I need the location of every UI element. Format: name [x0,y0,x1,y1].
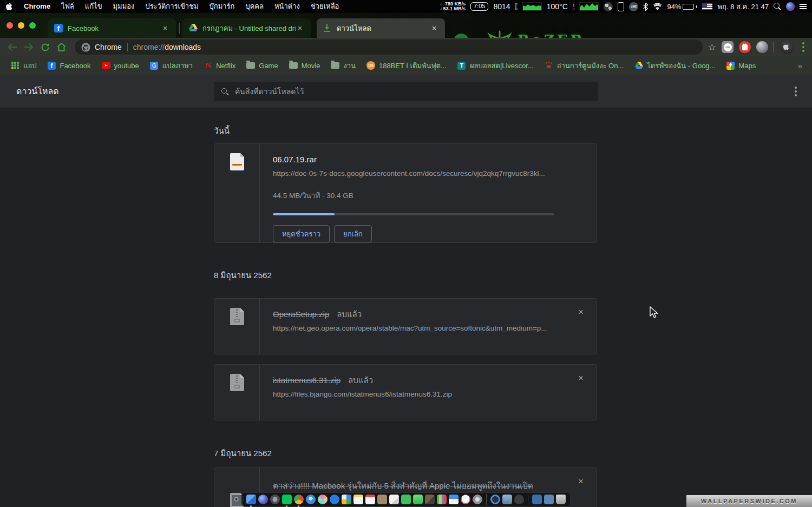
display-icon[interactable] [618,2,624,11]
dock-numbers-icon[interactable] [437,495,447,504]
tab-close-icon[interactable]: × [430,24,438,32]
site-chip[interactable]: Chrome [81,43,122,52]
dock-facetime-icon[interactable] [401,495,411,504]
apple-menu-icon[interactable] [0,3,18,11]
tab-close-icon[interactable]: × [296,24,304,32]
bookmark-apps[interactable]: แอป [6,58,41,74]
dock-ink-icon[interactable] [514,495,524,504]
window-controls [6,22,36,29]
menu-view[interactable]: มุมมอง [108,0,140,13]
dock-launchpad-icon[interactable] [270,495,280,504]
memory-graph[interactable] [522,2,542,11]
bookmark-youtube[interactable]: youtube [97,59,143,72]
bookmark-star-icon[interactable]: ☆ [708,42,716,53]
remove-download-icon[interactable]: × [575,306,587,318]
bookmark-facebook[interactable]: f Facebook [43,59,95,72]
menu-edit[interactable]: แก้ไข [80,0,108,13]
line-extension-icon[interactable]: LINE [722,41,734,53]
dock-textedit-icon[interactable] [389,495,399,504]
bookmark-folder-work[interactable]: งาน [326,58,360,74]
dock-chrome-icon[interactable] [294,495,304,504]
bookmark-folder-movie[interactable]: Movie [285,59,325,72]
dock-keynote-icon[interactable] [449,495,459,504]
search-input[interactable] [235,87,591,96]
menu-help[interactable]: ช่วยเหลือ [305,0,345,13]
menu-clock[interactable]: พฤ. 8 ส.ค. 21 47 [717,1,769,12]
site-name: Chrome [95,43,122,51]
dock-photos-icon[interactable] [318,495,328,504]
dock-folder-brown-icon[interactable] [377,495,387,504]
us-flag-icon[interactable] [702,3,712,10]
line-app-icon[interactable]: LINE [629,2,638,11]
reload-button[interactable] [37,39,53,55]
downloads-menu-kebab-icon[interactable] [795,87,797,96]
download-filename-row: OperaSetup.zipลบแล้ว [273,308,584,320]
dock-siri-icon[interactable] [258,495,268,504]
dock-quicktime-icon[interactable] [490,495,500,504]
dock-line-icon[interactable] [282,495,292,504]
dock-system-preferences-icon[interactable] [473,495,482,504]
forward-button[interactable] [21,39,37,55]
dock-calendar-icon[interactable] [365,495,375,504]
bookmarks-overflow-chevron[interactable]: » [795,61,806,70]
remove-download-icon[interactable]: × [575,476,587,488]
minimize-window-button[interactable] [18,22,24,29]
dock-safari-icon[interactable] [306,495,316,504]
tab-facebook[interactable]: f Facebook × [48,18,176,38]
profile-avatar[interactable] [780,40,794,54]
tab-downloads-active[interactable]: ดาวน์โหลด × [317,18,445,38]
pause-button[interactable]: หยุดชั่วคราว [273,225,330,242]
dock-maps-icon[interactable] [342,495,351,504]
tab-google-drive[interactable]: กรกฎาคม - Untitled shared driv × [182,18,311,38]
bookmark-translate[interactable]: G แปลภาษา [146,58,197,74]
zoom-window-button[interactable] [29,22,36,29]
back-button[interactable] [4,39,21,55]
dock-notes-icon[interactable] [353,495,363,504]
notification-center-icon[interactable] [800,4,807,9]
folder-icon [331,61,339,70]
bookmark-label: ไดรฟ์ของฉัน - Goog... [647,60,715,71]
dock-folder-apps-icon[interactable] [532,495,542,504]
menu-bookmarks[interactable]: บุ๊กมาร์ก [204,0,240,13]
battery-indicator[interactable]: 94% [667,3,697,11]
spotlight-search-icon[interactable] [774,3,781,10]
adblock-extension-icon[interactable] [739,41,751,53]
siri-icon[interactable] [786,2,795,11]
omnibox-url-bar[interactable]: Chrome chrome://downloads [75,39,703,55]
dock-preview-icon[interactable] [425,495,435,504]
dock-messages-icon[interactable] [413,495,423,504]
menu-app-name[interactable]: Chrome [18,0,56,13]
menu-people[interactable]: บุคคล [240,0,269,13]
menu-history[interactable]: ประวัติการเข้าชม [140,0,204,13]
extension-icon[interactable] [756,41,768,53]
url-text[interactable]: chrome://downloads [133,43,201,51]
bookmark-netflix[interactable]: N Netflix [199,59,240,72]
network-speed-indicator[interactable]: ↑↓ 780 KB/s53.1 MB/s [440,2,466,11]
bookmark-maps[interactable]: Maps [722,59,760,72]
tab-close-icon[interactable]: × [161,24,169,32]
dock-appstore-icon[interactable] [330,495,339,504]
timer-indicator[interactable]: 7:05 [470,2,488,11]
wifi-icon[interactable] [653,3,662,10]
menu-file[interactable]: ไฟล์ [56,0,80,13]
dock-mail-icon[interactable] [502,495,512,504]
cpu-graph[interactable] [579,2,599,11]
cancel-button[interactable]: ยกเลิก [334,225,372,242]
dock-folder-docs-icon[interactable] [544,495,554,504]
dock-finder-icon[interactable] [246,495,256,504]
downloads-search-box[interactable] [214,82,598,101]
menu-window[interactable]: หน้าต่าง [269,0,305,13]
bookmark-my-drive[interactable]: ไดรฟ์ของฉัน - Goog... [630,58,719,74]
bookmark-livescore[interactable]: T ผลบอลสด|Livescor... [453,58,538,74]
dock-trash-icon[interactable] [556,495,566,504]
home-button[interactable] [53,39,69,55]
bookmark-folder-game[interactable]: Game [242,59,282,72]
input-source-globe-icon[interactable] [604,2,613,11]
chrome-menu-kebab-icon[interactable] [799,42,808,52]
remove-download-icon[interactable]: × [575,372,587,384]
bluetooth-icon[interactable] [643,3,648,11]
close-window-button[interactable] [6,22,13,29]
bookmark-188bet[interactable]: 188 188BET I เติมพันฟุต... [362,58,451,74]
dock-itunes-icon[interactable] [461,495,470,504]
bookmark-manga[interactable]: อ่านการ์ตูนมังงะ On... [540,58,628,74]
